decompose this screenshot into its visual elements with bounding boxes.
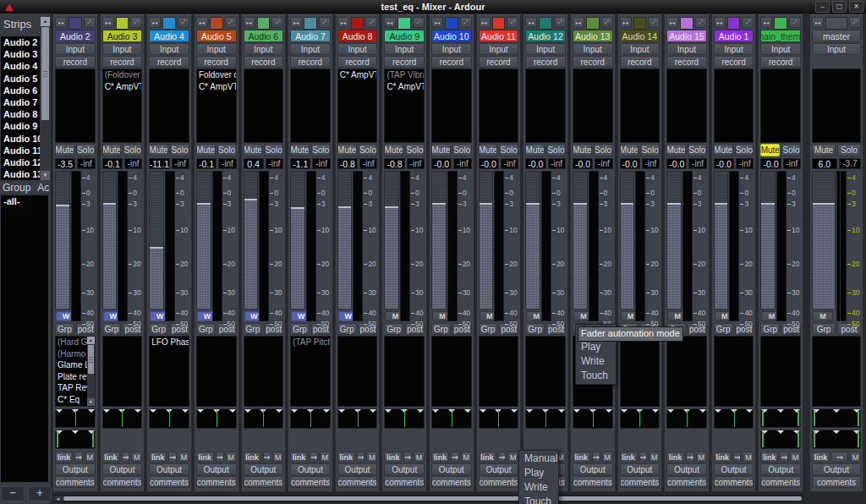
- strip-name-button[interactable]: Audio 6: [244, 30, 284, 42]
- gain-display[interactable]: -0.8: [384, 158, 404, 169]
- pan-arrow-icon[interactable]: ⇒: [168, 452, 177, 463]
- group-button[interactable]: Grp: [479, 323, 498, 335]
- record-button[interactable]: record: [760, 56, 801, 68]
- gain-display[interactable]: -0.8: [337, 158, 358, 169]
- pan-link-button[interactable]: link: [760, 452, 778, 463]
- solo-button[interactable]: Solo: [311, 144, 331, 156]
- processor-box-postfader[interactable]: [196, 336, 237, 407]
- group-button[interactable]: Grp: [290, 323, 310, 335]
- input-button[interactable]: Input: [812, 43, 861, 55]
- gain-display[interactable]: -0.0: [760, 158, 781, 169]
- gain-display[interactable]: -0.0: [525, 158, 545, 169]
- pan-automation-button[interactable]: M: [272, 452, 283, 463]
- processor-box-prefader[interactable]: (TAP VibraC* AmpVTS: [384, 68, 425, 143]
- processor-box-postfader[interactable]: [384, 336, 425, 407]
- output-button[interactable]: Output: [479, 463, 519, 475]
- input-button[interactable]: Input: [479, 43, 519, 55]
- output-button[interactable]: Output: [573, 463, 613, 475]
- solo-button[interactable]: Solo: [499, 144, 518, 156]
- mute-button[interactable]: Mute: [620, 144, 639, 156]
- sidebar-strip-item[interactable]: Audio 13: [1, 168, 40, 180]
- strip-name-button[interactable]: Audio 3: [102, 30, 143, 42]
- narrow-strip-icon[interactable]: ▸◂: [714, 17, 726, 28]
- comments-button[interactable]: comments: [337, 476, 378, 488]
- expand-strip-icon[interactable]: ⤢: [319, 17, 331, 28]
- pan-link-button[interactable]: link: [479, 452, 496, 463]
- output-button[interactable]: Output: [384, 463, 425, 475]
- sidebar-strip-item[interactable]: Audio 5: [1, 73, 40, 85]
- pan-automation-button[interactable]: M: [649, 452, 660, 463]
- solo-button[interactable]: Solo: [170, 144, 189, 156]
- solo-button[interactable]: Solo: [76, 144, 96, 156]
- processor-box-prefader[interactable]: [760, 68, 801, 143]
- processor-box-postfader[interactable]: [812, 336, 861, 407]
- input-button[interactable]: Input: [431, 43, 472, 55]
- output-button[interactable]: Output: [714, 463, 754, 475]
- pan-automation-button[interactable]: M: [602, 452, 613, 463]
- scroll-down-icon[interactable]: ▼: [41, 171, 50, 180]
- solo-button[interactable]: Solo: [264, 144, 283, 156]
- pan-automation-button[interactable]: M: [850, 452, 861, 463]
- maximize-button[interactable]: ▢: [832, 1, 847, 13]
- strips-list[interactable]: Audio 2Audio 3Audio 4Audio 5Audio 6Audio…: [1, 36, 40, 180]
- fader-handle[interactable]: [761, 203, 775, 205]
- narrow-strip-icon[interactable]: ▸◂: [55, 17, 67, 28]
- processor-entry[interactable]: C* AmpVTS: [338, 69, 377, 81]
- solo-button[interactable]: Solo: [452, 144, 472, 156]
- fader-handle[interactable]: [103, 203, 117, 205]
- fader-handle[interactable]: [150, 247, 163, 249]
- pan-link-button[interactable]: link: [620, 452, 638, 463]
- comments-button[interactable]: comments: [666, 476, 707, 488]
- narrow-strip-icon[interactable]: ▸◂: [290, 17, 302, 28]
- processor-box-prefader[interactable]: C* AmpVTS: [337, 68, 378, 143]
- processor-box-prefader[interactable]: (Foldover dC* AmpVTS: [102, 68, 143, 143]
- mute-button[interactable]: Mute: [196, 144, 216, 156]
- narrow-strip-icon[interactable]: ▸◂: [479, 17, 491, 28]
- processor-box-prefader[interactable]: [620, 68, 660, 143]
- narrow-strip-icon[interactable]: ▸◂: [196, 17, 208, 28]
- processor-entry[interactable]: Foldover di: [197, 69, 236, 81]
- record-button[interactable]: record: [196, 56, 237, 68]
- processor-box-prefader[interactable]: [573, 68, 613, 143]
- record-button[interactable]: record: [337, 56, 378, 68]
- strip-name-button[interactable]: Audio 7: [290, 30, 331, 42]
- pan-arrow-icon[interactable]: ⇒: [733, 452, 742, 463]
- output-button[interactable]: Output: [620, 463, 660, 475]
- group-button[interactable]: Grp: [244, 323, 263, 335]
- mute-button[interactable]: Mute: [812, 144, 836, 156]
- shrink-strips-button[interactable]: −: [1, 486, 25, 501]
- gain-fader[interactable]: [431, 171, 447, 310]
- group-button[interactable]: Grp: [196, 323, 216, 335]
- peak-display[interactable]: -inf: [407, 158, 425, 169]
- processor-box-postfader[interactable]: [666, 336, 707, 407]
- output-button[interactable]: Output: [290, 463, 331, 475]
- panner-display[interactable]: [196, 408, 237, 429]
- group-list[interactable]: -all-: [1, 195, 48, 482]
- pan-arrow-icon[interactable]: ⇒: [686, 452, 694, 463]
- record-button[interactable]: record: [244, 56, 284, 68]
- narrow-strip-icon[interactable]: ▸◂: [666, 17, 678, 28]
- pan-link-button[interactable]: link: [812, 452, 830, 463]
- processor-entry[interactable]: C* AmpVTS: [103, 81, 142, 93]
- panner-display[interactable]: [384, 408, 425, 429]
- gain-fader[interactable]: [573, 171, 588, 310]
- expand-strip-icon[interactable]: ⤢: [130, 17, 142, 28]
- pan-link-button[interactable]: link: [55, 452, 73, 463]
- fader-handle[interactable]: [715, 203, 728, 205]
- comments-button[interactable]: comments: [55, 476, 96, 488]
- pan-automation-button[interactable]: M: [790, 452, 801, 463]
- panner-display[interactable]: [812, 408, 861, 428]
- pan-automation-button[interactable]: M: [461, 452, 472, 463]
- processor-box-prefader[interactable]: [812, 68, 861, 143]
- solo-button[interactable]: Solo: [837, 144, 861, 156]
- panner-display[interactable]: [525, 408, 566, 429]
- narrow-strip-icon[interactable]: ▸◂: [573, 17, 584, 28]
- panner-display[interactable]: [102, 408, 143, 429]
- processor-box-prefader[interactable]: [525, 68, 566, 143]
- grow-strips-button[interactable]: +: [28, 486, 52, 501]
- processor-box-prefader[interactable]: [714, 68, 754, 143]
- mute-button[interactable]: Mute: [666, 144, 686, 156]
- gain-display[interactable]: -0.0: [431, 158, 452, 169]
- strip-name-button[interactable]: main_theme: [760, 30, 801, 42]
- record-button[interactable]: record: [666, 56, 707, 68]
